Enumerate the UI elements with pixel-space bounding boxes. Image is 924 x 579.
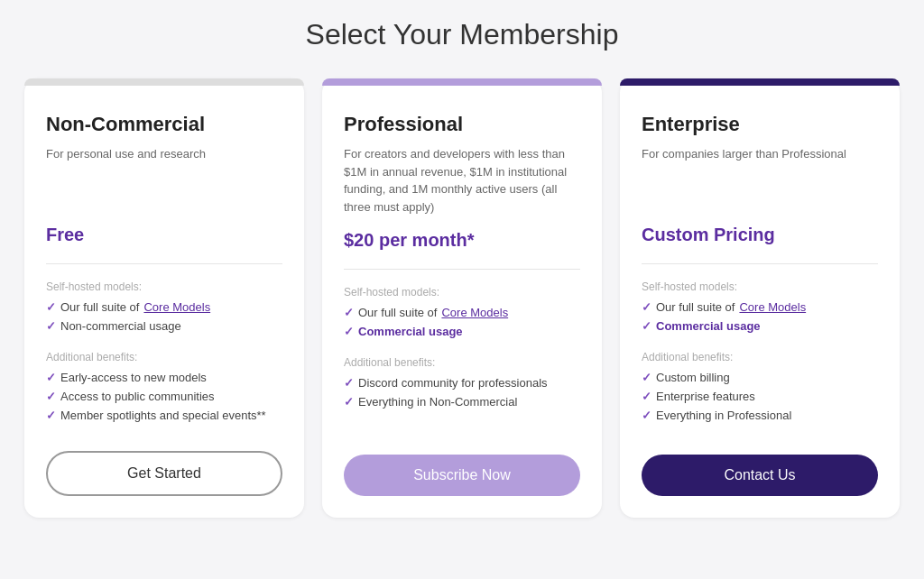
card-enterprise-divider <box>642 263 878 264</box>
card-enterprise-feature-1-1: ✓Enterprise features <box>642 390 878 403</box>
card-enterprise-price: Custom Pricing <box>642 225 878 245</box>
card-professional-section-1-features: ✓Discord community for professionals✓Eve… <box>344 376 580 414</box>
card-non-commercial-feature-1-2: ✓Member spotlights and special events** <box>46 409 282 422</box>
card-non-commercial-title: Non-Commercial <box>46 113 282 136</box>
card-enterprise-cta-button[interactable]: Contact Us <box>642 455 878 496</box>
card-enterprise-feature-1-2: ✓Everything in Professional <box>642 409 878 422</box>
card-professional-divider <box>344 269 580 270</box>
check-icon: ✓ <box>344 306 354 319</box>
check-icon: ✓ <box>46 300 56 314</box>
card-non-commercial-feature-1-0: ✓Early-access to new models <box>46 371 282 384</box>
card-non-commercial-cta-button[interactable]: Get Started <box>46 451 282 496</box>
check-icon: ✓ <box>46 371 56 384</box>
check-icon: ✓ <box>642 390 651 403</box>
card-enterprise-feature-1-0: ✓Custom billing <box>642 371 878 384</box>
card-professional-price: $20 per month* <box>344 230 580 251</box>
card-enterprise-top-bar <box>620 78 900 86</box>
card-non-commercial-description: For personal use and research <box>46 145 282 210</box>
card-enterprise-core-models-link[interactable]: Core Models <box>739 300 806 314</box>
card-enterprise-feature-0-0: ✓Our full suite of Core Models <box>642 300 878 314</box>
card-professional-feature-1-1: ✓Everything in Non-Commercial <box>344 395 580 409</box>
card-enterprise: EnterpriseFor companies larger than Prof… <box>620 78 900 518</box>
card-professional-section-0-features: ✓Our full suite of Core Models✓Commercia… <box>344 306 580 344</box>
card-professional: ProfessionalFor creators and developers … <box>322 78 602 518</box>
card-professional-feature-1-0: ✓Discord community for professionals <box>344 376 580 390</box>
card-non-commercial: Non-CommercialFor personal use and resea… <box>24 78 304 518</box>
card-non-commercial-feature-0-1: ✓Non-commercial usage <box>46 319 282 333</box>
card-non-commercial-top-bar <box>24 78 304 86</box>
check-icon: ✓ <box>642 319 651 333</box>
card-professional-cta-button[interactable]: Subscribe Now <box>344 455 580 496</box>
card-enterprise-section-0-label: Self-hosted models: <box>642 280 878 293</box>
card-enterprise-section-0-features: ✓Our full suite of Core Models✓Commercia… <box>642 300 878 338</box>
card-non-commercial-section-0-features: ✓Our full suite of Core Models✓Non-comme… <box>46 300 282 338</box>
card-non-commercial-section-0-label: Self-hosted models: <box>46 280 282 293</box>
pricing-cards: Non-CommercialFor personal use and resea… <box>20 78 904 518</box>
card-professional-section-1-label: Additional benefits: <box>344 356 580 369</box>
check-icon: ✓ <box>344 395 354 409</box>
card-enterprise-feature-0-1: ✓Commercial usage <box>642 319 878 333</box>
card-enterprise-section-1-features: ✓Custom billing✓Enterprise features✓Ever… <box>642 371 878 427</box>
card-professional-feature-0-0: ✓Our full suite of Core Models <box>344 306 580 319</box>
card-professional-title: Professional <box>344 113 580 136</box>
card-professional-core-models-link[interactable]: Core Models <box>441 306 508 319</box>
card-non-commercial-feature-0-0: ✓Our full suite of Core Models <box>46 300 282 314</box>
card-non-commercial-core-models-link[interactable]: Core Models <box>143 300 210 314</box>
card-enterprise-section-1-label: Additional benefits: <box>642 351 878 363</box>
card-enterprise-title: Enterprise <box>642 113 878 136</box>
check-icon: ✓ <box>642 409 651 422</box>
check-icon: ✓ <box>642 300 651 314</box>
card-non-commercial-price: Free <box>46 225 282 245</box>
check-icon: ✓ <box>344 376 354 390</box>
check-icon: ✓ <box>46 319 56 333</box>
card-non-commercial-feature-1-1: ✓Access to public communities <box>46 390 282 403</box>
card-professional-section-0-label: Self-hosted models: <box>344 286 580 299</box>
check-icon: ✓ <box>642 371 651 384</box>
card-professional-description: For creators and developers with less th… <box>344 145 580 216</box>
card-enterprise-description: For companies larger than Professional <box>642 145 878 210</box>
card-non-commercial-divider <box>46 263 282 264</box>
page-title: Select Your Membership <box>306 18 619 51</box>
check-icon: ✓ <box>46 409 56 422</box>
check-icon: ✓ <box>46 390 56 403</box>
card-professional-top-bar <box>322 78 602 86</box>
card-professional-feature-0-1: ✓Commercial usage <box>344 325 580 338</box>
check-icon: ✓ <box>344 325 354 338</box>
card-non-commercial-section-1-label: Additional benefits: <box>46 351 282 363</box>
card-non-commercial-section-1-features: ✓Early-access to new models✓Access to pu… <box>46 371 282 427</box>
